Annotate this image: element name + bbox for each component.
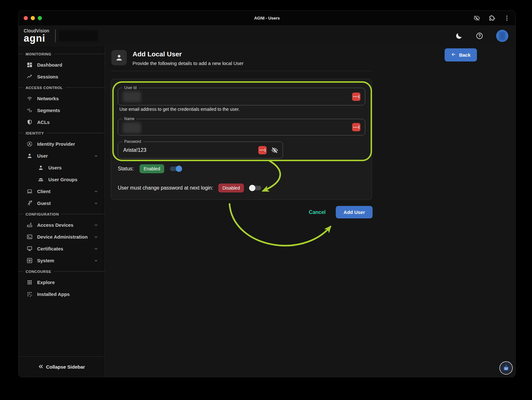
sidebar-item-certificates[interactable]: Certificates <box>19 243 105 255</box>
users-icon <box>38 165 44 171</box>
sidebar-section-access-control: ACCESS CONTROL <box>19 83 105 93</box>
assistant-robot-icon[interactable] <box>499 361 513 375</box>
sessions-icon <box>27 74 33 80</box>
password-manager-icon[interactable] <box>352 123 360 131</box>
must-change-password-label: User must change password at next login: <box>118 185 213 191</box>
sidebar-section-concourse: CONCOURSE <box>19 266 105 276</box>
sidebar-item-label: ACLs <box>37 119 50 125</box>
status-label: Status: <box>118 166 134 172</box>
sidebar-item-label: Dashboard <box>37 62 62 68</box>
sidebar-item-label: Explore <box>37 280 55 285</box>
sidebar-item-installed-apps[interactable]: Installed Apps <box>19 288 105 300</box>
sidebar-item-client[interactable]: Client <box>19 185 105 197</box>
titlebar: AGNI - Users <box>19 11 515 25</box>
sidebar-item-label: Sessions <box>37 74 58 79</box>
identity-provider-icon <box>27 141 33 147</box>
sidebar-item-segments[interactable]: Segments <box>19 104 105 116</box>
sidebar-item-label: Access Devices <box>37 222 73 228</box>
kebab-menu-icon[interactable] <box>504 15 510 21</box>
sidebar-item-acls[interactable]: ACLs <box>19 116 105 128</box>
extensions-puzzle-icon[interactable] <box>488 15 495 21</box>
user-id-field[interactable]: User Id <box>118 88 365 105</box>
redacted-name-value <box>123 122 141 133</box>
collapse-sidebar-label: Collapse Sidebar <box>46 364 85 370</box>
brand-cloudvision: CloudVision <box>24 29 49 33</box>
dark-mode-moon-icon[interactable] <box>455 32 463 40</box>
sidebar-item-label: System <box>37 258 54 263</box>
zoom-window-button[interactable] <box>38 16 42 20</box>
header-divider <box>111 71 373 71</box>
sidebar-item-label: User <box>37 153 48 159</box>
close-window-button[interactable] <box>24 16 28 20</box>
password-manager-icon[interactable] <box>352 93 360 101</box>
password-manager-icon[interactable] <box>258 146 267 154</box>
dashboard-icon <box>27 62 33 68</box>
sidebar-item-guest[interactable]: Guest <box>19 197 105 209</box>
chevron-down-icon <box>94 247 98 251</box>
client-icon <box>27 188 33 194</box>
name-input[interactable] <box>118 119 365 135</box>
sidebar-item-user-groups[interactable]: User Groups <box>19 174 105 185</box>
chevron-down-icon <box>94 223 98 227</box>
system-icon <box>27 257 33 264</box>
page-user-avatar <box>111 50 127 65</box>
must-change-password-badge: Disabled <box>218 184 244 192</box>
sidebar: MONITORINGDashboardSessionsACCESS CONTRO… <box>19 46 105 377</box>
window-title: AGNI - Users <box>254 16 280 20</box>
page-subtitle: Provide the following details to add a n… <box>133 61 244 66</box>
sidebar-section-configuration: CONFIGURATION <box>19 209 105 219</box>
sidebar-item-users[interactable]: Users <box>19 162 105 174</box>
installed-apps-icon <box>27 291 33 297</box>
double-chevron-left-icon <box>38 364 43 370</box>
main-content: Add Local User Provide the following det… <box>105 46 515 377</box>
sidebar-item-label: Device Administration <box>37 234 88 240</box>
sidebar-item-device-administration[interactable]: Device Administration <box>19 231 105 243</box>
status-badge: Enabled <box>140 164 164 173</box>
explore-icon <box>27 279 33 285</box>
user-groups-icon <box>38 176 44 183</box>
password-field[interactable]: Password <box>118 142 283 159</box>
eye-off-icon[interactable] <box>473 15 480 21</box>
sidebar-item-label: Certificates <box>37 246 63 251</box>
sidebar-item-label: Networks <box>37 96 59 101</box>
sidebar-item-sessions[interactable]: Sessions <box>19 71 105 83</box>
cancel-button[interactable]: Cancel <box>309 209 326 215</box>
sidebar-item-user[interactable]: User <box>19 150 105 162</box>
page-title: Add Local User <box>133 50 244 58</box>
collapse-sidebar-button[interactable]: Collapse Sidebar <box>19 356 105 377</box>
back-button[interactable]: Back <box>445 48 477 61</box>
toggle-password-visibility-icon[interactable] <box>270 146 279 154</box>
sidebar-item-label: Segments <box>37 108 60 113</box>
add-user-button[interactable]: Add User <box>336 206 373 218</box>
sidebar-item-label: Client <box>37 189 51 194</box>
user-id-input[interactable] <box>118 88 365 105</box>
browser-window: AGNI - Users <box>18 10 516 377</box>
must-change-password-toggle[interactable] <box>249 184 262 192</box>
password-input[interactable] <box>118 142 283 158</box>
user-id-helper-text: Use email address to get the credentials… <box>119 107 240 112</box>
chevron-down-icon <box>94 258 98 263</box>
user-icon <box>27 153 33 159</box>
sidebar-item-identity-provider[interactable]: Identity Provider <box>19 138 105 150</box>
sidebar-item-dashboard[interactable]: Dashboard <box>19 59 105 71</box>
minimize-window-button[interactable] <box>31 16 35 20</box>
sidebar-item-access-devices[interactable]: Access Devices <box>19 219 105 231</box>
user-avatar[interactable] <box>496 30 508 42</box>
sidebar-item-explore[interactable]: Explore <box>19 276 105 288</box>
add-user-form-card: User Id Use email address to get the cre… <box>111 79 372 200</box>
status-toggle[interactable] <box>169 165 182 172</box>
chevron-up-icon <box>94 154 98 158</box>
sidebar-item-label: Users <box>48 165 62 170</box>
brand-agni: agni <box>24 33 49 43</box>
brand-separator <box>55 29 56 42</box>
help-icon[interactable] <box>476 32 483 40</box>
screen: AGNI - Users <box>0 0 532 400</box>
sidebar-item-system[interactable]: System <box>19 255 105 266</box>
chevron-down-icon <box>94 201 98 206</box>
sidebar-item-label: Identity Provider <box>37 141 75 147</box>
acls-icon <box>27 119 33 125</box>
sidebar-item-networks[interactable]: Networks <box>19 93 105 104</box>
name-field[interactable]: Name <box>118 119 365 135</box>
sidebar-item-label: Guest <box>37 200 51 206</box>
networks-icon <box>27 95 33 102</box>
